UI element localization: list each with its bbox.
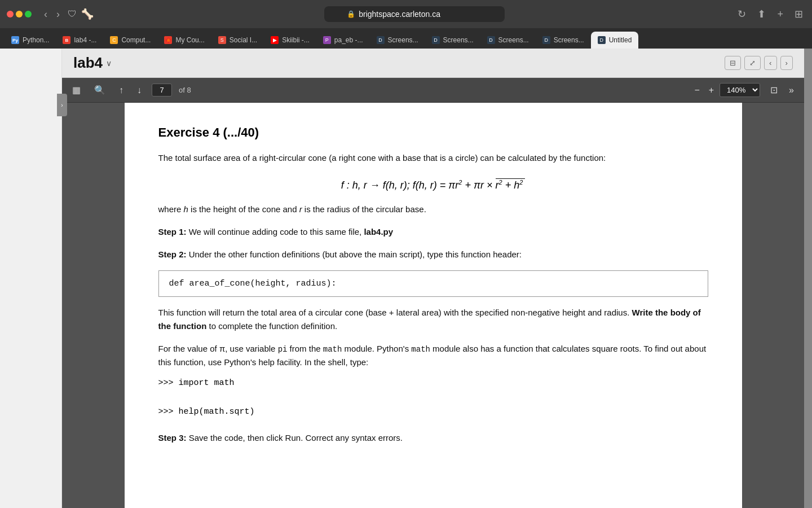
code-block-cone: def area_of_cone(height, radius): (158, 270, 708, 297)
step2-body: Under the other function definitions (bu… (189, 249, 522, 259)
address-text: brightspace.carleton.ca (359, 10, 440, 19)
new-tab-button[interactable]: + (775, 6, 785, 23)
expand-button[interactable]: ⤢ (744, 56, 761, 70)
pdf-page-of: of 8 (179, 86, 191, 94)
tab-label-screens4: Screens... (554, 36, 584, 44)
pdf-toolbar: ▦ 🔍 ↑ ↓ 7 of 8 − + 50% 75% 100% 125% 140… (62, 78, 804, 103)
tab-mycou[interactable]: 🍁My Cou... (157, 32, 211, 49)
para2-start: This function will return the total area… (158, 308, 630, 317)
chevron-down-icon: ∨ (106, 59, 112, 68)
tab-pa_eb[interactable]: Ppa_eb -... (316, 32, 370, 49)
tab-label-screens2: Screens... (443, 36, 474, 44)
content-wrapper: › lab4 ∨ ⊟ ⤢ ‹ › ▦ 🔍 ↑ ↓ 7 (0, 49, 812, 508)
para2-end: to complete the function definition. (209, 321, 338, 331)
pdf-right-tools: ⊡ » (767, 82, 797, 98)
tab-screens1[interactable]: DScreens... (370, 32, 425, 49)
tab-favicon-python: Py (11, 36, 19, 44)
shield-icon-area: 🛡 🦴 (68, 8, 94, 20)
pdf-zoom-select[interactable]: 50% 75% 100% 125% 140% 150% 175% 200% (720, 83, 760, 97)
tab-label-untitled: Untitled (609, 36, 632, 44)
shield-icon: 🛡 (68, 9, 77, 19)
pdf-fit-button[interactable]: ⊡ (767, 82, 781, 98)
pdf-panel-toggle[interactable]: ▦ (69, 82, 84, 98)
step1-label: Step 1: (158, 227, 187, 237)
tab-favicon-screens2: D (432, 36, 440, 44)
content-main: lab4 ∨ ⊟ ⤢ ‹ › ▦ 🔍 ↑ ↓ 7 of 8 − (62, 49, 804, 508)
forward-button[interactable]: › (53, 6, 63, 23)
tab-social[interactable]: SSocial I... (211, 32, 264, 49)
back-button[interactable]: ‹ (41, 6, 51, 23)
lock-icon: 🔒 (347, 10, 355, 18)
tab-label-social: Social I... (230, 36, 257, 44)
next-page-button[interactable]: › (780, 56, 793, 70)
scrollbar[interactable] (804, 49, 812, 508)
para3-start: For the value of π, use variable (158, 344, 278, 353)
breadcrumb-controls: ⊟ ⤢ ‹ › (725, 56, 793, 70)
tab-screens4[interactable]: DScreens... (536, 32, 591, 49)
tab-label-python: Python... (23, 36, 49, 44)
tab-screens3[interactable]: DScreens... (480, 32, 536, 49)
pdf-page-input[interactable]: 7 (152, 84, 172, 97)
step3-label: Step 3: (158, 433, 187, 443)
step1-text: Step 1: We will continue adding code to … (158, 225, 708, 239)
paragraph2: This function will return the total area… (158, 306, 708, 333)
tab-comput[interactable]: CComput... (103, 32, 157, 49)
tab-favicon-social: S (218, 36, 226, 44)
prev-page-button[interactable]: ‹ (764, 56, 776, 70)
minimize-btn[interactable] (16, 11, 23, 17)
intro-paragraph: The total surface area of a right-circul… (158, 151, 708, 165)
tab-untitled[interactable]: DUntitled (591, 32, 639, 49)
para3-pi-code: pi (278, 345, 288, 354)
tab-favicon-screens3: D (487, 36, 495, 44)
bookmark-button[interactable]: ⊟ (725, 56, 741, 70)
tab-favicon-lab4: B (63, 36, 70, 44)
tab-favicon-screens4: D (542, 36, 550, 44)
tab-label-skiibii: Skiibii -... (282, 36, 310, 44)
tab-label-screens3: Screens... (498, 36, 529, 44)
tab-lab4[interactable]: Blab4 -... (56, 32, 103, 49)
para3-math2-code: math (411, 345, 430, 354)
tab-skiibii[interactable]: ▶Skiibii -... (264, 32, 316, 49)
pdf-page: Exercise 4 (.../40) The total surface ar… (125, 103, 742, 508)
tab-label-mycou: My Cou... (175, 36, 204, 44)
close-btn[interactable] (7, 11, 14, 17)
tab-favicon-skiibii: ▶ (271, 36, 279, 44)
grid-button[interactable]: ⊞ (792, 6, 805, 23)
code-line-1: >>> import math (158, 378, 708, 388)
formula-block: f : h, r → f(h, r); f(h, r) = πr2 + πr ×… (158, 176, 708, 191)
step3-body: Save the code, then click Run. Correct a… (189, 433, 403, 443)
para3-mid: from the (287, 344, 323, 353)
sidebar-toggle-button[interactable]: › (57, 94, 67, 116)
tab-python[interactable]: PyPython... (5, 32, 56, 49)
page-title: lab4 (73, 54, 103, 72)
share-button[interactable]: ⬆ (755, 6, 768, 23)
toolbar-right: ↻ ⬆ + ⊞ (735, 6, 805, 23)
address-bar[interactable]: 🔒 brightspace.carleton.ca (324, 6, 505, 22)
pdf-next-page-button[interactable]: ↓ (134, 83, 145, 98)
title-bar: ‹ › 🛡 🦴 🔒 brightspace.carleton.ca ↻ ⬆ + … (0, 0, 812, 28)
pdf-search-button[interactable]: 🔍 (91, 82, 109, 98)
exercise-title: Exercise 4 (.../40) (158, 125, 708, 140)
pdf-prev-page-button[interactable]: ↑ (116, 83, 127, 98)
reload-button[interactable]: ↻ (735, 6, 748, 23)
step2-label: Step 2: (158, 249, 187, 259)
left-sidebar: › (0, 49, 62, 508)
tab-favicon-mycou: 🍁 (164, 36, 172, 44)
nav-controls: ‹ › (41, 6, 63, 23)
pdf-content-area: Exercise 4 (.../40) The total surface ar… (62, 103, 804, 508)
tabs-bar: PyPython...Blab4 -...CComput...🍁My Cou..… (0, 28, 812, 49)
tab-label-screens1: Screens... (388, 36, 418, 44)
pdf-zoom-in-button[interactable]: + (705, 83, 717, 98)
paragraph3: For the value of π, use variable pi from… (158, 342, 708, 369)
tab-screens2[interactable]: DScreens... (425, 32, 480, 49)
code-line-2: >>> help(math.sqrt) (158, 407, 708, 417)
tab-label-lab4: lab4 -... (74, 36, 96, 44)
maximize-btn[interactable] (25, 11, 32, 17)
top-breadcrumb: lab4 ∨ ⊟ ⤢ ‹ › (62, 49, 804, 78)
pdf-zoom-out-button[interactable]: − (691, 83, 703, 98)
pdf-more-button[interactable]: » (785, 83, 797, 98)
tab-label-pa_eb: pa_eb -... (334, 36, 363, 44)
step3-text: Step 3: Save the code, then click Run. C… (158, 431, 708, 445)
window-controls (7, 11, 32, 17)
address-bar-container: 🔒 brightspace.carleton.ca (98, 6, 731, 22)
